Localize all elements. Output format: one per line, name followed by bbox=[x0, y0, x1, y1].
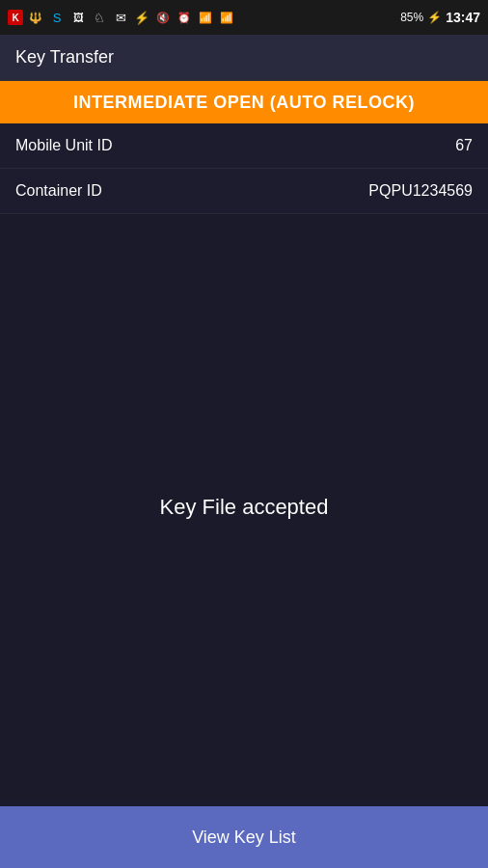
email-icon: ✉ bbox=[112, 9, 129, 26]
app-bar: Key Transfer bbox=[0, 35, 488, 81]
skype-icon: S bbox=[48, 9, 66, 26]
mobile-unit-id-row: Mobile Unit ID 67 bbox=[0, 123, 488, 169]
bluetooth-icon: ⚡ bbox=[133, 9, 150, 26]
accepted-message: Key File accepted bbox=[160, 495, 329, 520]
signal-icon: 📶 bbox=[218, 9, 235, 26]
alarm-icon: ⏰ bbox=[176, 9, 193, 26]
app-title: Key Transfer bbox=[15, 47, 114, 68]
container-id-value: PQPU1234569 bbox=[368, 182, 473, 200]
container-id-label: Container ID bbox=[15, 182, 102, 200]
status-banner-text: INTERMEDIATE OPEN (AUTO RELOCK) bbox=[73, 93, 415, 113]
view-key-list-label: View Key List bbox=[192, 827, 296, 848]
mobile-unit-id-value: 67 bbox=[455, 137, 473, 154]
status-banner: INTERMEDIATE OPEN (AUTO RELOCK) bbox=[0, 81, 488, 123]
status-icons-left: K 🔱 S 🖼 ♘ ✉ ⚡ 🔇 ⏰ 📶 📶 bbox=[8, 9, 235, 26]
mobile-unit-id-label: Mobile Unit ID bbox=[15, 137, 112, 154]
status-time: 13:47 bbox=[446, 10, 480, 25]
k-icon: K bbox=[8, 10, 23, 25]
view-key-list-button[interactable]: View Key List bbox=[0, 806, 488, 868]
status-bar: K 🔱 S 🖼 ♘ ✉ ⚡ 🔇 ⏰ 📶 📶 85% ⚡ 13:47 bbox=[0, 0, 488, 35]
steam-icon: ♘ bbox=[91, 9, 108, 26]
mute-icon: 🔇 bbox=[154, 9, 172, 26]
battery-level: 85% bbox=[400, 11, 423, 24]
wifi-icon: 📶 bbox=[197, 9, 214, 26]
container-id-row: Container ID PQPU1234569 bbox=[0, 169, 488, 214]
tuning-icon: 🔱 bbox=[27, 9, 44, 26]
main-content: Key File accepted bbox=[0, 214, 488, 800]
gallery-icon: 🖼 bbox=[69, 9, 87, 26]
battery-charging-icon: ⚡ bbox=[427, 11, 442, 24]
info-section: Mobile Unit ID 67 Container ID PQPU12345… bbox=[0, 123, 488, 214]
status-right: 85% ⚡ 13:47 bbox=[400, 10, 480, 25]
